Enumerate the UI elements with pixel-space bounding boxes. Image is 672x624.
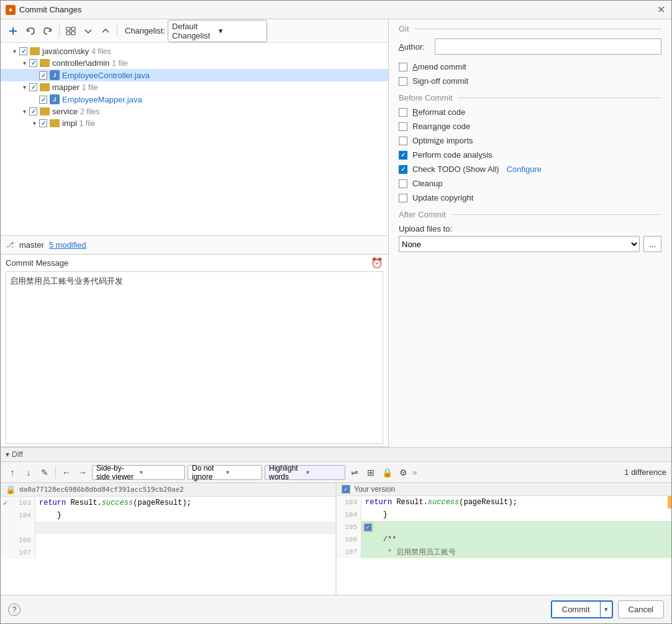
cleanup-label: Cleanup bbox=[412, 179, 442, 188]
author-input[interactable] bbox=[435, 38, 661, 55]
highlight-select[interactable]: Highlight words ▾ bbox=[265, 465, 345, 480]
diff-back-button[interactable]: ← bbox=[60, 466, 73, 479]
author-label: Author: bbox=[399, 42, 430, 52]
svg-rect-1 bbox=[66, 27, 70, 30]
bottom-right: Commit ▾ Cancel bbox=[551, 600, 664, 618]
checkbox-service[interactable] bbox=[29, 107, 37, 115]
commit-button[interactable]: Commit bbox=[552, 602, 601, 617]
configure-link[interactable]: Configure bbox=[507, 165, 542, 174]
diff-expand-icon[interactable]: » bbox=[412, 468, 417, 477]
history-icon[interactable]: ⏰ bbox=[371, 257, 383, 269]
diff-gutter-107 bbox=[1, 546, 11, 559]
reformat-checkbox[interactable] bbox=[399, 108, 407, 117]
copyright-checkbox[interactable] bbox=[399, 194, 407, 202]
tree-item-service[interactable]: ▾ service 2 files bbox=[1, 106, 388, 117]
ignore-select[interactable]: Do not ignore ▾ bbox=[188, 465, 262, 480]
undo-button[interactable] bbox=[23, 24, 38, 38]
diff-forward-button[interactable]: → bbox=[76, 466, 89, 479]
checkbox-mapper[interactable] bbox=[29, 83, 37, 91]
diff-line-105-right: 105 bbox=[337, 521, 671, 533]
diff-settings2-button[interactable]: ⊞ bbox=[364, 466, 378, 479]
upload-options-button[interactable]: ... bbox=[643, 236, 661, 252]
commit-message-input[interactable]: 启用禁用员工账号业务代码开发 bbox=[6, 271, 383, 445]
commit-dropdown-arrow[interactable]: ▾ bbox=[601, 602, 612, 617]
cleanup-row: Cleanup bbox=[399, 179, 661, 188]
checkbox-java-com-sky[interactable] bbox=[19, 47, 27, 55]
tree-item-controller-admin[interactable]: ▾ controller\admin 1 file bbox=[1, 57, 388, 69]
diff-gear-button[interactable]: ⚙ bbox=[396, 466, 410, 479]
status-bar: ⎇ master 5 modified bbox=[1, 236, 388, 255]
rearrange-checkbox[interactable] bbox=[399, 122, 407, 131]
tree-item-employee-controller[interactable]: ▾ J EmployeeController.java bbox=[1, 69, 388, 81]
check-todo-row: Check TODO (Show All) Configure bbox=[399, 165, 661, 174]
diff-right-panel: Your version 103 return Result.success(p… bbox=[337, 483, 671, 595]
tree-arrow-service: ▾ bbox=[20, 108, 28, 115]
tree-label-employee-mapper: EmployeeMapper.java bbox=[62, 95, 142, 104]
tree-item-mapper[interactable]: ▾ mapper 1 file bbox=[1, 81, 388, 93]
analyze-row: Perform code analysis bbox=[399, 150, 661, 160]
viewer-dropdown-arrow: ▾ bbox=[140, 469, 181, 476]
diff-collapse-button[interactable]: ▾ Diff bbox=[6, 450, 23, 459]
checkbox-employee-mapper[interactable] bbox=[39, 96, 47, 104]
diff-line-103-right: 103 return Result.success(pageResult); bbox=[337, 496, 671, 509]
diff-marker-103 bbox=[668, 496, 671, 509]
tree-item-impl[interactable]: ▾ impl 1 file bbox=[1, 117, 388, 129]
diff-linenum-106-left: 106 bbox=[11, 534, 35, 546]
diff-check-105[interactable] bbox=[364, 523, 372, 531]
modified-badge[interactable]: 5 modified bbox=[49, 240, 86, 250]
tree-label-java-com-sky: java\com\sky bbox=[42, 47, 89, 56]
collapse-button[interactable] bbox=[98, 24, 113, 38]
group-button[interactable] bbox=[63, 24, 78, 38]
checkbox-employee-controller[interactable] bbox=[39, 71, 47, 79]
diff-settings1-button[interactable]: ⇌ bbox=[348, 466, 361, 479]
diff-prev-button[interactable]: ↑ bbox=[6, 466, 19, 479]
diff-linenum-103-right: 103 bbox=[337, 496, 361, 509]
upload-dropdown[interactable]: None bbox=[399, 236, 640, 252]
svg-rect-3 bbox=[66, 32, 70, 35]
tree-count-java-com-sky: 4 files bbox=[91, 47, 111, 56]
diff-commit-hash: da0a77128ec6986b8dbd84cf391acc519cb20ae2 bbox=[19, 486, 184, 494]
tree-count-impl: 1 file bbox=[79, 119, 95, 128]
checkbox-controller-admin[interactable] bbox=[29, 59, 37, 67]
viewer-select[interactable]: Side-by-side viewer ▾ bbox=[92, 465, 185, 480]
checkbox-impl[interactable] bbox=[39, 119, 47, 127]
file-tree: ▾ java\com\sky 4 files ▾ controller\admi… bbox=[1, 43, 388, 236]
amend-commit-checkbox[interactable] bbox=[399, 63, 407, 71]
folder-icon bbox=[30, 47, 40, 55]
amend-commit-label: Amend commit bbox=[412, 62, 466, 71]
before-commit-title: Before Commit bbox=[399, 93, 661, 102]
toolbar-separator bbox=[59, 25, 60, 37]
tree-arrow-mapper: ▾ bbox=[20, 84, 28, 91]
diff-content-105-left bbox=[35, 522, 335, 534]
java-file-icon-mapper: J bbox=[50, 94, 60, 104]
tree-item-employee-mapper[interactable]: ▾ J EmployeeMapper.java bbox=[1, 93, 388, 106]
tree-item-java-com-sky[interactable]: ▾ java\com\sky 4 files bbox=[1, 45, 388, 57]
diff-check-col-105[interactable] bbox=[361, 521, 374, 533]
diff-edit-button[interactable]: ✎ bbox=[38, 466, 52, 479]
diff-right-header: Your version bbox=[337, 483, 671, 496]
diff-marker-105 bbox=[668, 521, 671, 533]
diff-content-107-right: * 启用禁用员工账号 bbox=[361, 546, 668, 558]
analyze-checkbox[interactable] bbox=[399, 151, 407, 160]
redo-button[interactable] bbox=[40, 24, 55, 38]
diff-line-107-left: 107 bbox=[1, 546, 335, 559]
reformat-row: Reformat code bbox=[399, 107, 661, 117]
diff-linenum-107-right: 107 bbox=[337, 546, 361, 558]
signoff-commit-checkbox[interactable] bbox=[399, 77, 407, 86]
java-file-icon-controller: J bbox=[50, 70, 60, 80]
diff-lock-button[interactable]: 🔒 bbox=[380, 466, 394, 479]
diff-next-button[interactable]: ↓ bbox=[22, 466, 35, 479]
close-button[interactable]: ✕ bbox=[655, 4, 666, 16]
commit-message-header: Commit Message ⏰ bbox=[6, 257, 383, 269]
tree-arrow: ▾ bbox=[11, 48, 18, 55]
add-files-button[interactable] bbox=[6, 24, 20, 38]
tree-label-impl: impl bbox=[62, 119, 77, 128]
diff-line-103-left: ✓ 103 return Result.success(pageResult); bbox=[1, 497, 335, 509]
optimize-checkbox[interactable] bbox=[399, 137, 407, 145]
cleanup-checkbox[interactable] bbox=[399, 179, 407, 188]
cancel-button[interactable]: Cancel bbox=[618, 600, 664, 618]
changelist-dropdown[interactable]: Default Changelist ▾ bbox=[168, 20, 267, 42]
help-button[interactable]: ? bbox=[8, 604, 20, 616]
expand-button[interactable] bbox=[81, 24, 96, 38]
check-todo-checkbox[interactable] bbox=[399, 165, 407, 174]
